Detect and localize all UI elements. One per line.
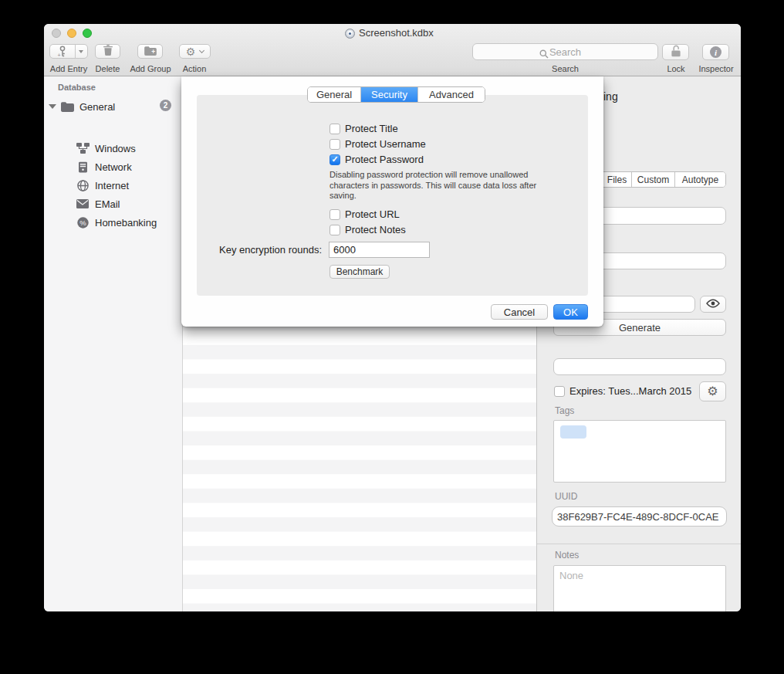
sidebar-item-homebanking[interactable]: % Homebanking	[75, 215, 157, 229]
svg-text:%: %	[79, 218, 86, 226]
folder-plus-icon: +	[144, 45, 157, 59]
delete-button[interactable]	[95, 44, 120, 59]
tab-autotype[interactable]: Autotype	[674, 172, 725, 187]
benchmark-button[interactable]: Benchmark	[329, 265, 390, 279]
sidebar-item-label: Internet	[95, 180, 129, 191]
unlocked-padlock-icon	[671, 45, 681, 60]
protect-username-row: Protect Username	[329, 138, 426, 150]
svg-text:+: +	[151, 47, 155, 55]
tab-advanced[interactable]: Advanced	[417, 87, 485, 102]
protect-title-row: Protect Title	[329, 123, 398, 134]
uuid-label: UUID	[555, 491, 577, 502]
inspector-label: Inspector	[692, 64, 740, 73]
lock-button[interactable]	[662, 44, 689, 60]
uuid-field[interactable]	[552, 506, 727, 527]
titlebar-toolbar: Screenshot.kdbx + Add Entry Delete + Add…	[44, 24, 741, 76]
sidebar-item-label: General	[79, 101, 115, 113]
expires-checkbox[interactable]	[554, 386, 565, 397]
tab-custom[interactable]: Custom	[631, 172, 674, 187]
triangle-down-icon	[79, 50, 83, 53]
disclosure-triangle-icon[interactable]	[49, 104, 56, 109]
database-settings-dialog: General Security Advanced Protect Title …	[181, 76, 603, 327]
protect-title-checkbox[interactable]	[329, 124, 340, 134]
cancel-button[interactable]: Cancel	[491, 304, 548, 320]
minimize-window-button[interactable]	[67, 29, 76, 38]
sidebar-item-general[interactable]: General	[59, 100, 115, 113]
add-group-label: Add Group	[127, 64, 174, 73]
server-icon	[75, 161, 90, 173]
sidebar-item-email[interactable]: EMail	[75, 197, 120, 211]
sidebar-item-label: EMail	[95, 198, 120, 210]
expires-row: Expires: Tues...March 2015	[554, 385, 691, 397]
entry-title-fragment: ing	[603, 90, 618, 103]
add-entry-button[interactable]: +	[49, 44, 88, 59]
tab-general[interactable]: General	[308, 87, 360, 102]
checkbox-label: Protect Notes	[345, 224, 406, 235]
tab-files[interactable]: Files	[602, 172, 631, 187]
trash-icon	[103, 45, 113, 59]
protect-username-checkbox[interactable]	[329, 139, 340, 150]
protect-password-row: Protect Password	[329, 154, 424, 165]
info-circle-icon: i	[710, 46, 721, 58]
notes-label: Notes	[555, 550, 579, 561]
add-entry-label: Add Entry	[49, 64, 88, 73]
divider	[537, 544, 741, 544]
gear-icon: ⚙	[186, 46, 196, 57]
inspector-button[interactable]: i	[702, 44, 729, 60]
action-label: Action	[171, 64, 218, 73]
protect-url-row: Protect URL	[329, 208, 400, 220]
tags-label: Tags	[555, 405, 574, 416]
tags-box[interactable]	[553, 420, 726, 483]
add-entry-dropdown[interactable]	[76, 50, 87, 53]
entry-count-badge: 2	[160, 100, 171, 111]
key-plus-icon: +	[50, 46, 75, 58]
lock-label: Lock	[658, 64, 694, 73]
document-icon	[345, 29, 355, 39]
search-field[interactable]	[472, 43, 658, 60]
chevron-down-icon	[199, 47, 204, 52]
key-rounds-field	[329, 242, 430, 258]
protect-password-checkbox[interactable]	[329, 154, 340, 165]
sidebar-item-network[interactable]: Network	[75, 160, 132, 174]
url-field[interactable]	[553, 358, 726, 375]
app-window: Screenshot.kdbx + Add Entry Delete + Add…	[44, 24, 741, 611]
protect-url-checkbox[interactable]	[329, 209, 340, 220]
close-window-button[interactable]	[52, 29, 61, 38]
protect-notes-row: Protect Notes	[329, 224, 406, 235]
tag-pill[interactable]	[560, 425, 586, 439]
checkbox-label: Protect Title	[345, 123, 398, 134]
checkbox-label: Protect URL	[345, 208, 400, 220]
sidebar-item-label: Homebanking	[95, 217, 157, 229]
checkbox-label: Protect Password	[345, 154, 424, 165]
percent-circle-icon: %	[75, 217, 90, 229]
settings-tabs: General Security Advanced	[307, 86, 485, 103]
tab-security[interactable]: Security	[360, 87, 417, 102]
sidebar-section-header: Database	[58, 83, 96, 92]
sidebar-item-label: Windows	[95, 143, 136, 154]
search-input[interactable]	[473, 44, 657, 59]
sidebar-item-windows[interactable]: Windows	[75, 141, 136, 155]
checkbox-label: Protect Username	[345, 138, 426, 150]
ok-button[interactable]: OK	[553, 304, 588, 320]
windows-network-icon	[75, 143, 90, 154]
group-sidebar: Database General 2 Windows Network Inte	[44, 76, 183, 611]
protect-notes-checkbox[interactable]	[329, 225, 340, 235]
expires-settings-button[interactable]: ⚙	[699, 381, 726, 401]
notes-input[interactable]	[554, 566, 725, 611]
notes-box	[553, 565, 726, 611]
zoom-window-button[interactable]	[83, 29, 92, 38]
expires-label: Expires: Tues...March 2015	[569, 385, 691, 397]
action-button[interactable]: ⚙	[179, 44, 211, 59]
envelope-icon	[75, 199, 90, 208]
password-protection-warning: Disabling password protection will remov…	[329, 170, 561, 202]
folder-icon	[59, 102, 75, 112]
uuid-input[interactable]	[553, 507, 726, 526]
key-rounds-input[interactable]	[329, 242, 429, 257]
sidebar-item-label: Network	[95, 161, 132, 173]
svg-text:+: +	[58, 52, 61, 58]
key-rounds-label: Key encryption rounds:	[197, 244, 322, 256]
show-password-button[interactable]	[700, 296, 726, 313]
sidebar-item-internet[interactable]: Internet	[75, 178, 129, 192]
eye-icon	[706, 299, 720, 310]
add-group-button[interactable]: +	[137, 44, 163, 59]
